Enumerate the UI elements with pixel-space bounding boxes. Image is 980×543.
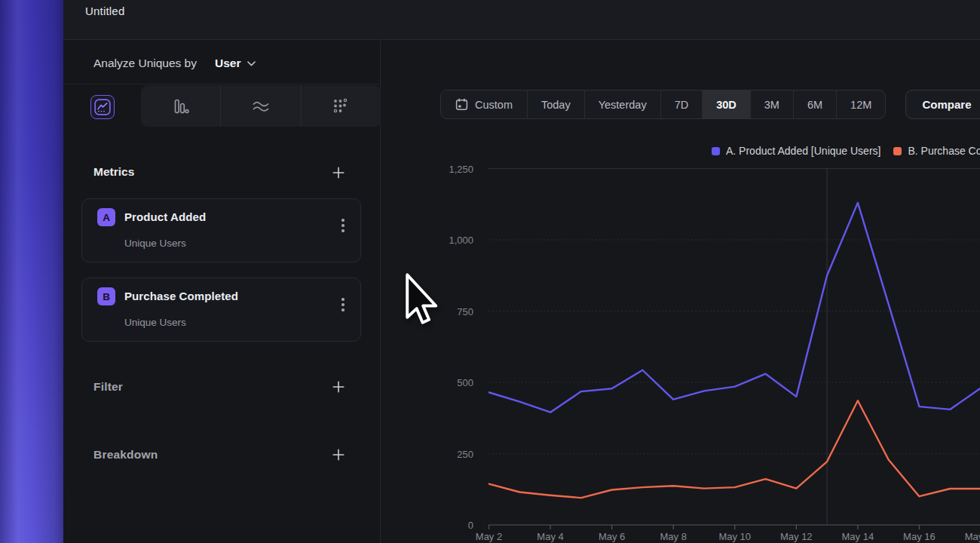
calendar-icon (455, 98, 468, 111)
analyze-by-label: Analyze Uniques by (93, 57, 197, 70)
analyze-header: Analyze Uniques by User (63, 41, 380, 84)
bar-chart-icon (172, 97, 190, 115)
tab-retention[interactable] (301, 85, 381, 127)
y-axis-label: 250 (421, 449, 473, 460)
y-axis-label: 1,250 (421, 164, 473, 175)
metric-badge: A (97, 208, 115, 226)
tab-insights-line[interactable] (90, 95, 115, 119)
analyze-by-dropdown[interactable]: User (215, 57, 256, 70)
mouse-cursor (404, 273, 440, 326)
x-axis-label: May 6 (586, 531, 639, 542)
chart-panel: CustomTodayYesterday7D30D3M6M12M Compare… (381, 41, 980, 543)
add-breakdown-button[interactable] (332, 448, 345, 462)
x-axis-label: May 2 (463, 531, 516, 542)
x-axis-label: May 8 (647, 531, 700, 542)
flows-icon (251, 97, 271, 115)
y-axis-label: 500 (421, 377, 473, 388)
x-axis-label: May 4 (524, 531, 577, 542)
metric-measure[interactable]: Unique Users (124, 317, 186, 328)
range-today[interactable]: Today (527, 90, 584, 118)
add-metric-button[interactable] (332, 166, 345, 179)
line-chart-icon (94, 99, 111, 115)
x-axis-label: May 10 (709, 531, 761, 542)
metric-name: Purchase Completed (124, 290, 238, 302)
metric-options-button[interactable] (336, 217, 350, 234)
series-line (489, 400, 980, 498)
range-6m[interactable]: 6M (793, 90, 836, 118)
chart-legend: A. Product Added [Unique Users]B. Purcha… (712, 145, 980, 157)
retention-grid-icon (332, 97, 350, 115)
metric-measure[interactable]: Unique Users (124, 238, 186, 249)
chevron-down-icon (247, 61, 256, 66)
y-axis-label: 0 (421, 520, 473, 531)
date-range-bar: CustomTodayYesterday7D30D3M6M12M (440, 90, 886, 119)
range-custom[interactable]: Custom (441, 90, 527, 118)
range-30d[interactable]: 30D (702, 90, 750, 118)
tab-bar-chart[interactable] (141, 85, 220, 127)
chart-type-tab-group (141, 85, 381, 127)
sidebar: Analyze Uniques by User (63, 41, 381, 543)
range-7d[interactable]: 7D (660, 90, 703, 118)
line-chart (488, 168, 980, 532)
legend-item[interactable]: A. Product Added [Unique Users] (712, 145, 880, 157)
breakdown-section-label: Breakdown (93, 448, 158, 462)
compare-button[interactable]: Compare (905, 90, 980, 119)
metrics-section-label: Metrics (93, 165, 134, 179)
add-filter-button[interactable] (332, 380, 345, 394)
filter-section-label: Filter (93, 380, 123, 394)
x-axis-label: May 16 (893, 531, 945, 542)
chart-type-tabs (63, 85, 380, 128)
tab-flows[interactable] (220, 85, 300, 127)
x-axis-label: May 18 (954, 531, 980, 542)
y-axis-label: 1,000 (421, 235, 473, 246)
x-axis-label: May 12 (770, 531, 822, 542)
x-axis-label: May 14 (831, 531, 884, 542)
range-12m[interactable]: 12M (836, 90, 885, 118)
metric-badge: B (97, 287, 115, 305)
metric-name: Product Added (124, 210, 206, 223)
brand-gradient-strip (0, 0, 63, 543)
report-title[interactable]: Untitled (85, 5, 124, 17)
series-line (489, 203, 980, 413)
legend-swatch (893, 147, 902, 155)
topbar: Untitled (63, 0, 980, 40)
legend-swatch (712, 147, 720, 155)
metric-card-b[interactable]: B Purchase Completed Unique Users (81, 278, 361, 342)
range-yesterday[interactable]: Yesterday (584, 90, 660, 118)
metric-options-button[interactable] (336, 296, 350, 313)
metric-card-a[interactable]: A Product Added Unique Users (81, 198, 361, 262)
analyze-by-value: User (215, 57, 240, 70)
range-3m[interactable]: 3M (750, 90, 793, 118)
legend-item[interactable]: B. Purchase Completed [Unique Users] (893, 145, 980, 157)
